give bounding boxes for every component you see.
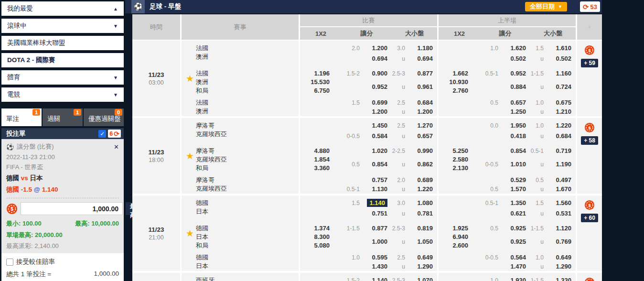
odds-value[interactable]: 0.684 <box>409 98 433 108</box>
odds-value[interactable]: 0.961 <box>409 83 433 96</box>
odds-value[interactable]: 1.950 <box>502 121 526 132</box>
odds-value[interactable]: 1.000 <box>364 238 387 251</box>
odds-value[interactable]: 1.200 <box>364 108 387 117</box>
odds-value[interactable]: 0.751 <box>364 209 387 220</box>
close-icon[interactable]: ✕ <box>114 143 119 151</box>
favorite-star-icon[interactable]: ★ <box>186 151 194 162</box>
odds-value[interactable]: 0.719 <box>547 147 571 160</box>
odds-value[interactable]: 0.877 <box>364 224 387 238</box>
odds-value[interactable]: 1.854 <box>314 155 330 164</box>
odds-value[interactable]: 1.620 <box>502 44 526 54</box>
odds-value[interactable]: 0.497 <box>547 176 571 185</box>
odds-value[interactable]: 0.564 <box>502 253 526 262</box>
odds-value[interactable]: 0.657 <box>502 98 526 108</box>
odds-value[interactable]: 0.884 <box>502 83 526 96</box>
odds-value[interactable]: 0.769 <box>547 238 571 251</box>
odds-value[interactable]: 15.530 <box>311 78 330 86</box>
sidebar-item[interactable]: DOTA 2 - 國際賽 <box>1 53 124 67</box>
odds-value[interactable]: 1.374 <box>314 224 330 233</box>
odds-value[interactable]: 1.160 <box>547 69 571 83</box>
odds-value[interactable]: 0.649 <box>547 253 571 262</box>
odds-value[interactable]: 0.724 <box>547 83 571 96</box>
sidebar-item[interactable]: 我的最愛▲ <box>1 1 124 16</box>
odds-value[interactable]: 0.862 <box>409 160 433 173</box>
odds-value[interactable]: 1.270 <box>409 121 433 132</box>
odds-value[interactable]: 0.694 <box>409 54 433 65</box>
odds-value[interactable]: 1.130 <box>364 185 387 194</box>
odds-value[interactable]: 1.350 <box>502 199 526 209</box>
odds-value[interactable]: 1.010 <box>502 160 526 173</box>
odds-value[interactable]: 1.070 <box>409 276 433 281</box>
odds-value[interactable]: 1.220 <box>547 121 571 132</box>
odds-value[interactable]: 8.300 <box>314 233 330 241</box>
odds-value[interactable]: 1.190 <box>547 160 571 173</box>
date-filter-button[interactable]: 全部日期 ▼ <box>525 2 567 11</box>
odds-value[interactable]: 1.140 <box>364 276 387 281</box>
odds-value[interactable]: 1.080 <box>409 199 433 209</box>
odds-value[interactable]: 1.180 <box>409 44 433 54</box>
more-bets-button[interactable]: + 58 <box>581 136 598 145</box>
odds-value[interactable]: 1.670 <box>547 185 571 194</box>
odds-value[interactable]: 0.621 <box>502 209 526 220</box>
odds-value[interactable]: 10.930 <box>449 78 468 86</box>
odds-value[interactable]: 0.418 <box>502 132 526 142</box>
odds-value[interactable]: 3.360 <box>314 164 330 173</box>
odds-value[interactable]: 0.657 <box>409 132 433 142</box>
betslip-checkbox[interactable]: ✓ <box>98 130 106 138</box>
odds-value[interactable]: 1.925 <box>452 224 468 233</box>
odds-value[interactable]: 0.502 <box>502 54 526 65</box>
odds-value[interactable]: 1.196 <box>314 69 330 78</box>
odds-value[interactable]: 0.649 <box>409 253 433 262</box>
odds-value[interactable]: 1.200 <box>409 108 433 117</box>
odds-value[interactable]: 0.684 <box>547 132 571 142</box>
odds-value[interactable]: 1.200 <box>364 44 387 54</box>
tab-過關[interactable]: 過關1 <box>43 108 83 126</box>
odds-value[interactable]: 0.925 <box>502 224 526 238</box>
tab-單注[interactable]: 單注1 <box>1 108 42 126</box>
chip-icon[interactable] <box>584 277 595 281</box>
accept-better-odds-checkbox[interactable] <box>6 259 13 266</box>
odds-value[interactable]: 0.502 <box>547 54 571 65</box>
odds-value[interactable]: 1.290 <box>409 262 433 271</box>
odds-value[interactable]: 0.689 <box>409 176 433 185</box>
odds-value[interactable]: 2.600 <box>452 241 468 250</box>
chip-icon[interactable] <box>584 122 595 133</box>
odds-value[interactable]: 0.877 <box>409 69 433 83</box>
sidebar-item[interactable]: 電競▼ <box>1 87 124 102</box>
odds-value[interactable]: 1.210 <box>547 108 571 117</box>
odds-value[interactable]: 0.757 <box>364 176 387 185</box>
odds-value[interactable]: 0.854 <box>502 147 526 160</box>
more-bets-button[interactable]: + 59 <box>581 59 598 67</box>
odds-value[interactable]: 1.662 <box>452 69 468 78</box>
chip-icon[interactable] <box>584 200 595 210</box>
odds-value[interactable]: 6.750 <box>314 86 330 95</box>
odds-value[interactable]: 1.560 <box>547 199 571 209</box>
odds-value[interactable]: 0.584 <box>364 132 387 142</box>
odds-value[interactable]: 0.595 <box>364 253 387 262</box>
odds-value[interactable]: 1.120 <box>547 224 571 238</box>
odds-value[interactable]: 1.610 <box>547 44 571 54</box>
odds-value[interactable]: 2.760 <box>452 86 468 95</box>
odds-value[interactable]: 0.925 <box>502 238 526 251</box>
odds-value[interactable]: 0.952 <box>502 69 526 83</box>
odds-value[interactable]: 4.880 <box>314 147 330 155</box>
odds-value[interactable]: 1.220 <box>409 185 433 194</box>
odds-value[interactable]: 0.529 <box>502 176 526 185</box>
odds-value[interactable]: 5.250 <box>452 147 468 155</box>
refresh-icon[interactable]: ⟳ <box>114 130 119 137</box>
odds-value[interactable]: 0.694 <box>364 54 387 65</box>
odds-value[interactable]: 1.470 <box>502 262 526 271</box>
odds-value[interactable]: 0.819 <box>409 224 433 238</box>
odds-value[interactable]: 0.531 <box>547 209 571 220</box>
odds-value[interactable]: 1.570 <box>502 185 526 194</box>
odds-value[interactable]: 0.675 <box>547 98 571 108</box>
odds-value[interactable]: 1.140 <box>364 199 387 209</box>
odds-value[interactable]: 0.699 <box>364 98 387 108</box>
more-bets-button[interactable]: + 60 <box>581 214 598 222</box>
odds-value[interactable]: 1.250 <box>502 108 526 117</box>
favorite-star-icon[interactable]: ★ <box>186 228 194 239</box>
odds-value[interactable]: 5.080 <box>314 241 330 250</box>
odds-value[interactable]: 1.290 <box>547 262 571 271</box>
odds-value[interactable]: 2.130 <box>452 164 468 173</box>
odds-value[interactable]: 6.940 <box>452 233 468 241</box>
